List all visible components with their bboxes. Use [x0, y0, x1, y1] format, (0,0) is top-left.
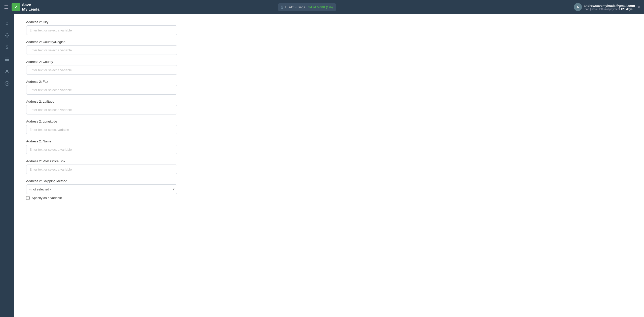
content-inner: Address 2: CityAddress 2: Country/Region… [14, 14, 644, 317]
sidebar-item-profile[interactable] [2, 66, 12, 76]
svg-text:?: ? [6, 82, 8, 85]
form-fields: Address 2: CityAddress 2: Country/Region… [26, 20, 632, 200]
leads-usage-badge: ℹ LEADS usage: 54 of 5'000 (1%) [278, 3, 336, 11]
svg-rect-9 [5, 59, 9, 60]
input-addr2-county[interactable] [26, 65, 177, 75]
main-content: Address 2: CityAddress 2: Country/Region… [14, 14, 644, 317]
label-addr2-country: Address 2: Country/Region [26, 40, 632, 44]
field-group-addr2-county: Address 2: County [26, 60, 632, 75]
svg-rect-8 [5, 58, 9, 58]
leads-usage-count: 54 of 5'000 (1%) [308, 5, 333, 9]
sidebar-item-billing[interactable]: $ [2, 42, 12, 52]
input-addr2-po-box[interactable] [26, 165, 177, 174]
menu-icon[interactable]: ☰ [4, 4, 9, 10]
specify-variable-label: Specify as a variable [32, 196, 62, 200]
brand: ✓ Save My Leads. [12, 3, 41, 12]
field-group-addr2-longitude: Address 2: Longitude [26, 120, 632, 134]
sidebar-item-home[interactable]: ⌂ [2, 18, 12, 28]
label-addr2-shipping: Address 2: Shipping Method [26, 179, 632, 183]
chevron-down-icon[interactable]: ▾ [638, 5, 640, 10]
user-details: andrewsavemyleads@gmail.com Plan |Basic|… [584, 4, 635, 11]
label-addr2-fax: Address 2: Fax [26, 80, 632, 84]
sidebar-item-tools[interactable] [2, 54, 12, 64]
leads-usage-label: LEADS usage: [285, 5, 306, 9]
field-group-addr2-name: Address 2: Name [26, 139, 632, 154]
user-email: andrewsavemyleads@gmail.com [584, 4, 635, 8]
user-info: A andrewsavemyleads@gmail.com Plan |Basi… [574, 3, 635, 11]
field-group-addr2-latitude: Address 2: Latitude [26, 100, 632, 114]
input-addr2-country[interactable] [26, 45, 177, 55]
navbar-left: ☰ ✓ Save My Leads. [4, 3, 41, 12]
label-addr2-county: Address 2: County [26, 60, 632, 64]
info-icon: ℹ [281, 5, 283, 10]
label-addr2-city: Address 2: City [26, 20, 632, 24]
field-group-addr2-po-box: Address 2: Post Office Box [26, 159, 632, 174]
svg-rect-3 [8, 35, 9, 36]
sidebar-item-help[interactable]: ? [2, 78, 12, 89]
app-body: ⌂ $ ? Address 2: CityAddress 2: Country/… [0, 14, 644, 317]
input-addr2-longitude[interactable] [26, 125, 177, 134]
svg-rect-10 [5, 60, 9, 61]
navbar: ☰ ✓ Save My Leads. ℹ LEADS usage: 54 of … [0, 0, 644, 14]
navbar-center: ℹ LEADS usage: 54 of 5'000 (1%) [278, 3, 336, 11]
field-group-addr2-shipping: Address 2: Shipping Method- not selected… [26, 179, 632, 200]
field-group-addr2-country: Address 2: Country/Region [26, 40, 632, 55]
svg-rect-1 [7, 33, 8, 34]
navbar-right: A andrewsavemyleads@gmail.com Plan |Basi… [574, 3, 640, 11]
label-addr2-longitude: Address 2: Longitude [26, 120, 632, 123]
avatar: A [574, 3, 582, 11]
label-addr2-name: Address 2: Name [26, 139, 632, 143]
brand-logo: ✓ [12, 3, 20, 11]
user-plan: Plan |Basic| left until payment 128 days [584, 8, 635, 11]
label-addr2-po-box: Address 2: Post Office Box [26, 159, 632, 163]
sidebar: ⌂ $ ? [0, 14, 14, 317]
input-addr2-name[interactable] [26, 145, 177, 154]
input-addr2-city[interactable] [26, 25, 177, 35]
label-addr2-latitude: Address 2: Latitude [26, 100, 632, 103]
select-wrapper-addr2-shipping: - not selected -StandardExpress▾ [26, 184, 177, 194]
specify-variable-row: Specify as a variable [26, 196, 632, 200]
field-group-addr2-fax: Address 2: Fax [26, 80, 632, 95]
sidebar-item-connections[interactable] [2, 30, 12, 40]
brand-name: Save My Leads. [22, 3, 41, 12]
input-addr2-latitude[interactable] [26, 105, 177, 114]
svg-rect-0 [5, 35, 6, 36]
input-addr2-fax[interactable] [26, 85, 177, 95]
select-addr2-shipping[interactable]: - not selected -StandardExpress [26, 184, 177, 194]
svg-rect-2 [7, 36, 8, 37]
specify-variable-checkbox[interactable] [26, 196, 30, 200]
field-group-addr2-city: Address 2: City [26, 20, 632, 35]
